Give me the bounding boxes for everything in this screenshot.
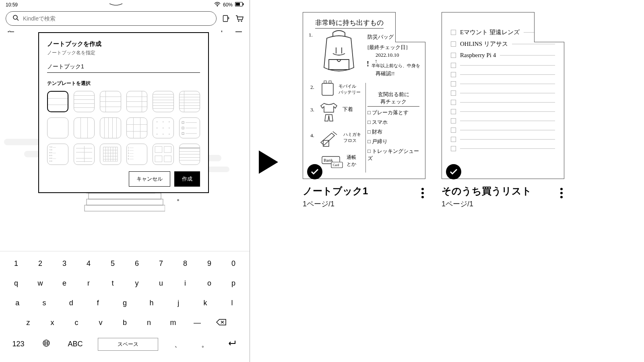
list-item — [451, 137, 555, 142]
kb-space[interactable]: スペース — [98, 338, 158, 351]
template-lined-1[interactable] — [47, 91, 68, 112]
kb-key-5[interactable]: 5 — [106, 257, 120, 270]
template-dots[interactable] — [153, 117, 174, 139]
template-lined-margin-r[interactable] — [126, 91, 148, 112]
template-lined-dense-margin[interactable] — [179, 91, 200, 112]
template-cols-3[interactable] — [74, 117, 95, 139]
kb-key-7[interactable]: 7 — [154, 257, 168, 270]
svg-rect-35 — [182, 127, 184, 129]
template-cols-5[interactable] — [100, 117, 121, 139]
kb-key-m[interactable]: m — [166, 316, 180, 330]
template-lined-2[interactable] — [74, 91, 95, 112]
kb-key-o[interactable]: o — [202, 277, 216, 290]
list-item — [451, 109, 555, 114]
template-header-lined[interactable] — [179, 144, 200, 165]
notebook-meta-2: 1ページ/1 — [442, 199, 532, 209]
template-lined-dense[interactable] — [153, 91, 174, 112]
template-grid: 7:00 ------7:308:00 ------8:309:00 -----… — [47, 91, 200, 165]
kb-key-v[interactable]: v — [94, 316, 107, 330]
kb-key-y[interactable]: y — [130, 277, 144, 290]
kb-key-u[interactable]: u — [154, 277, 168, 290]
kb-punct-1[interactable]: 、 — [171, 337, 185, 352]
kb-key-e[interactable]: e — [58, 277, 71, 290]
list-item: □ スマホ — [367, 119, 419, 126]
template-month[interactable] — [100, 144, 121, 165]
svg-rect-22 — [87, 199, 163, 205]
kb-key-t[interactable]: t — [106, 277, 120, 290]
list-item — [451, 128, 555, 133]
template-checklist[interactable] — [179, 117, 200, 139]
kb-key-k[interactable]: k — [198, 296, 212, 310]
sync-icon[interactable] — [221, 14, 230, 23]
wifi-icon — [214, 2, 221, 8]
svg-rect-52 — [164, 156, 171, 162]
kb-key-w[interactable]: w — [33, 277, 47, 290]
template-lined-margin[interactable] — [100, 91, 121, 112]
kb-key-p[interactable]: p — [227, 277, 240, 290]
search-box[interactable] — [6, 11, 217, 26]
notebook-title-1: ノートブック1 — [303, 185, 368, 197]
svg-point-26 — [169, 121, 169, 122]
kb-key-r[interactable]: r — [82, 277, 95, 290]
list-item: Raspberry Pi 4 — [451, 52, 555, 59]
kb-key-j[interactable]: j — [171, 296, 185, 310]
kb-key-0[interactable]: 0 — [227, 257, 240, 270]
kb-key-8[interactable]: 8 — [178, 257, 192, 270]
backspace-icon[interactable] — [215, 316, 228, 330]
globe-icon[interactable] — [39, 337, 53, 352]
kb-key-1[interactable]: 1 — [9, 257, 23, 270]
template-2split[interactable] — [74, 144, 95, 165]
kb-key-a[interactable]: a — [10, 296, 24, 310]
clothes-sketch — [318, 101, 341, 123]
more-menu-1[interactable] — [420, 185, 425, 202]
notebook-name-input[interactable] — [47, 61, 200, 73]
notebook-preview-2[interactable]: Eマウント 望遠レンズOHLINS リアサスRaspberry Pi 4 — [442, 12, 564, 179]
create-button[interactable]: 作成 — [174, 171, 200, 187]
kb-key-f[interactable]: f — [91, 296, 105, 310]
kb-mode-abc[interactable]: ABC — [66, 337, 85, 351]
kb-key-d[interactable]: d — [64, 296, 78, 310]
kb-key-z[interactable]: z — [21, 316, 35, 330]
kb-key-q[interactable]: q — [9, 277, 23, 290]
kb-key-s[interactable]: s — [37, 296, 51, 310]
kb-key-3[interactable]: 3 — [58, 257, 71, 270]
backpack-sketch — [317, 29, 361, 76]
cancel-button[interactable]: キャンセル — [129, 171, 170, 187]
kb-key-9[interactable]: 9 — [202, 257, 216, 270]
kb-punct-2[interactable]: 。 — [198, 337, 212, 352]
kb-key-—[interactable]: — — [190, 316, 204, 330]
list-item — [451, 118, 555, 123]
svg-point-4 — [13, 15, 17, 19]
kb-key-c[interactable]: c — [70, 316, 83, 330]
kb-key-i[interactable]: i — [178, 277, 192, 290]
kb-key-6[interactable]: 6 — [130, 257, 144, 270]
svg-point-31 — [163, 134, 163, 134]
notebook-preview-1[interactable]: 非常時に持ち出すもの 1. 防災バッグ [最終チェック日] 2022.10.10… — [303, 12, 425, 179]
svg-rect-57 — [322, 83, 333, 95]
svg-point-0 — [217, 6, 218, 6]
svg-rect-49 — [155, 146, 162, 152]
enter-icon[interactable] — [225, 337, 239, 351]
search-input[interactable] — [23, 15, 210, 22]
kb-key-2[interactable]: 2 — [33, 257, 47, 270]
kb-key-x[interactable]: x — [45, 316, 59, 330]
dialog-title: ノートブックを作成 — [47, 40, 200, 48]
kb-key-l[interactable]: l — [225, 296, 239, 310]
more-menu-2[interactable] — [559, 185, 564, 202]
kb-key-g[interactable]: g — [118, 296, 132, 310]
template-grid-1[interactable] — [126, 117, 148, 139]
notebook-title-2: そのうち買うリスト — [442, 185, 532, 197]
kb-mode-123[interactable]: 123 — [10, 337, 26, 351]
template-blank[interactable] — [47, 117, 68, 139]
template-numbered[interactable]: 1 ------2 ------3 ------4 ------5 ------ — [126, 144, 148, 165]
template-schedule[interactable]: 7:00 ------7:308:00 ------8:309:00 -----… — [47, 144, 68, 165]
svg-rect-6 — [223, 16, 228, 22]
kb-key-b[interactable]: b — [118, 316, 132, 330]
kb-key-4[interactable]: 4 — [82, 257, 95, 270]
kb-key-h[interactable]: h — [145, 296, 159, 310]
list-item: □ トレッキングシューズ — [367, 148, 419, 162]
on-screen-keyboard: 1234567890 qwertyuiop asdfghjkl zxcvbnm—… — [0, 251, 250, 362]
kb-key-n[interactable]: n — [142, 316, 156, 330]
cart-icon[interactable] — [235, 14, 244, 23]
template-storyboard[interactable] — [153, 144, 174, 165]
